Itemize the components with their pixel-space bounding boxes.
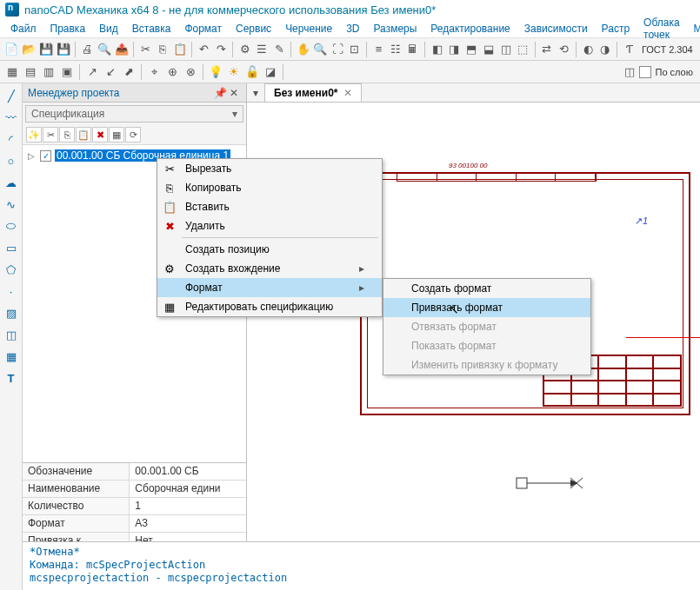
tool-icon[interactable]: ◧	[429, 41, 445, 58]
cut-icon[interactable]: ✂	[43, 127, 58, 143]
pan-icon[interactable]: ✋	[295, 41, 311, 58]
menu-insert[interactable]: Вставка	[125, 21, 178, 36]
menu-3d[interactable]: 3D	[339, 21, 366, 36]
spec-combo[interactable]: Спецификация ▾	[25, 105, 243, 123]
region-icon[interactable]: ◫	[3, 326, 20, 343]
cloud-icon[interactable]: ☁	[3, 174, 20, 191]
close-icon[interactable]: ✕	[227, 87, 241, 99]
copy-icon[interactable]: ⎘	[59, 127, 75, 143]
tool-icon[interactable]: ◐	[580, 41, 597, 58]
text-icon[interactable]: T	[3, 369, 20, 387]
table-icon[interactable]: ▦	[3, 348, 20, 365]
calc-icon[interactable]: 🖩	[405, 41, 422, 58]
ellipse-icon[interactable]: ⬭	[3, 217, 20, 235]
polyline-icon[interactable]: 〰	[3, 109, 20, 126]
expand-icon[interactable]: ▷	[28, 151, 37, 161]
saveall-icon[interactable]: 💾	[55, 41, 71, 58]
doc-tab[interactable]: Без имени0* ✕	[264, 83, 362, 102]
menu-drawing[interactable]: Черчение	[278, 21, 339, 36]
menu-modify[interactable]: Редактирование	[423, 21, 517, 36]
tool-icon[interactable]: ⊕	[163, 63, 181, 81]
tool-icon[interactable]: ⬒	[463, 41, 480, 58]
ctx-delete[interactable]: ✖Удалить	[157, 216, 382, 235]
tool-icon[interactable]: ▦	[3, 63, 21, 81]
cut-icon[interactable]: ✂	[137, 41, 154, 58]
tool-icon[interactable]: ⬚	[515, 41, 531, 58]
checkbox[interactable]: ✓	[40, 150, 51, 162]
ctx-copy[interactable]: ⎘Копировать	[157, 178, 382, 197]
arc-icon[interactable]: ◜	[3, 130, 20, 148]
tool-icon[interactable]: ◫	[497, 41, 514, 58]
print-icon[interactable]: 🖨	[79, 41, 96, 58]
text-style-label[interactable]: ГОСТ 2.304	[638, 44, 697, 55]
tool-icon[interactable]: ↙	[102, 63, 119, 81]
undo-icon[interactable]: ↶	[196, 41, 212, 58]
polygon-icon[interactable]: ⬠	[3, 261, 20, 278]
point-icon[interactable]: ·	[3, 282, 20, 300]
tool-icon[interactable]: ⚙	[237, 41, 253, 58]
ctx-create-occurrence[interactable]: ⚙Создать вхождение▸	[157, 259, 382, 278]
bylayer-icon[interactable]: ◫	[621, 63, 638, 81]
menu-format[interactable]: Формат	[177, 21, 229, 36]
close-icon[interactable]: ✕	[343, 87, 352, 99]
save-icon[interactable]: 💾	[37, 41, 54, 58]
linetype-label[interactable]: По слою	[652, 67, 697, 77]
tool-icon[interactable]: ⊗	[182, 63, 199, 81]
menu-edit[interactable]: Правка	[43, 21, 93, 36]
command-line[interactable]: *Отмена* Команда: mcSpecProjectAction mc…	[23, 541, 700, 590]
color-icon[interactable]: ◪	[262, 63, 279, 81]
tool-icon[interactable]: ⬓	[480, 41, 497, 58]
tool-icon[interactable]: ⌖	[145, 63, 163, 81]
del-icon[interactable]: ✖	[92, 127, 108, 143]
rect-icon[interactable]: ▭	[3, 239, 20, 256]
copy-icon[interactable]: ⎘	[155, 41, 171, 58]
ctx-create-format[interactable]: Создать формат	[383, 279, 590, 298]
menu-service[interactable]: Сервис	[229, 21, 278, 36]
ctx-paste[interactable]: 📋Вставить	[157, 197, 382, 216]
ctx-cut[interactable]: ✂Вырезать	[157, 159, 382, 178]
zoomwin-icon[interactable]: ⛶	[330, 41, 346, 58]
tool-icon[interactable]: ◑	[597, 41, 614, 58]
grid-icon[interactable]: ▦	[109, 127, 124, 143]
publish-icon[interactable]: 📤	[113, 41, 130, 58]
spline-icon[interactable]: ∿	[3, 196, 20, 213]
sun-icon[interactable]: ☀	[225, 63, 243, 81]
tool-icon[interactable]: ▥	[40, 63, 57, 81]
new-icon[interactable]: 📄	[3, 41, 20, 58]
ctx-bind-format[interactable]: Привязать формат	[383, 298, 590, 317]
tool-icon[interactable]: ✎	[271, 41, 288, 58]
pin-icon[interactable]: 📌	[213, 87, 227, 99]
paste-icon[interactable]: 📋	[76, 127, 91, 143]
textstyle-icon[interactable]: Ƭ	[621, 41, 637, 58]
ctx-edit-spec[interactable]: ▦Редактировать спецификацию	[157, 297, 382, 316]
tool-icon[interactable]: ⟲	[556, 41, 572, 58]
menu-dimensions[interactable]: Размеры	[366, 21, 423, 36]
ctx-format[interactable]: Формат▸	[157, 278, 382, 297]
menu-raster[interactable]: Растр	[595, 21, 637, 36]
color-swatch[interactable]	[639, 66, 651, 78]
refresh-icon[interactable]: ⟳	[125, 127, 141, 143]
tool-icon[interactable]: ✨	[26, 127, 42, 143]
tab-list-icon[interactable]: ▾	[247, 84, 264, 102]
zoom-icon[interactable]: 🔍	[312, 41, 329, 58]
props-icon[interactable]: ☷	[388, 41, 404, 58]
paste-icon[interactable]: 📋	[171, 41, 188, 58]
bulb-icon[interactable]: 💡	[207, 63, 224, 81]
menu-view[interactable]: Вид	[92, 21, 125, 36]
zoomext-icon[interactable]: ⊡	[347, 41, 363, 58]
tool-icon[interactable]: ☰	[254, 41, 270, 58]
tool-icon[interactable]: ◨	[446, 41, 463, 58]
hatch-icon[interactable]: ▨	[3, 304, 20, 322]
circle-icon[interactable]: ○	[3, 152, 20, 169]
line-icon[interactable]: ╱	[3, 87, 20, 104]
preview-icon[interactable]: 🔍	[97, 41, 113, 58]
menu-file[interactable]: Файл	[3, 21, 43, 36]
menu-constraints[interactable]: Зависимости	[517, 21, 595, 36]
lock-icon[interactable]: 🔓	[243, 63, 261, 81]
redo-icon[interactable]: ↷	[213, 41, 230, 58]
tool-icon[interactable]: ↗	[83, 63, 101, 81]
tool-icon[interactable]: ⇄	[539, 41, 556, 58]
menu-pointcloud[interactable]: Облака точек	[637, 15, 687, 43]
open-icon[interactable]: 📂	[21, 41, 37, 58]
ctx-create-position[interactable]: Создать позицию	[157, 240, 382, 259]
